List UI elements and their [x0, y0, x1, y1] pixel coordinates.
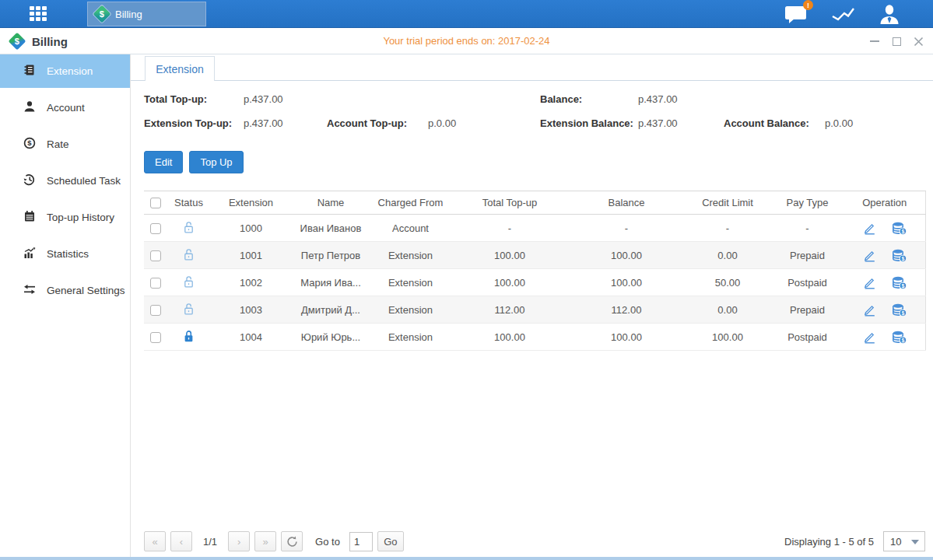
- account-balance-value: p.0.00: [825, 117, 853, 129]
- table-row: 1003Дмитрий Д...Extension112.00112.000.0…: [144, 296, 925, 324]
- refresh-button[interactable]: [281, 531, 303, 551]
- charged-from-cell: Extension: [370, 324, 451, 351]
- row-checkbox[interactable]: [150, 223, 161, 234]
- col-status[interactable]: Status: [167, 191, 210, 215]
- maximize-button[interactable]: [891, 36, 902, 47]
- total-topup-cell: 112.00: [451, 296, 568, 324]
- row-checkbox[interactable]: [150, 305, 161, 316]
- col-operation[interactable]: Operation: [844, 191, 925, 215]
- total-topup-cell: 100.00: [451, 242, 568, 269]
- row-checkbox[interactable]: [150, 250, 161, 261]
- sidebar-item-label: Account: [47, 102, 85, 114]
- resource-monitor-button[interactable]: [831, 5, 855, 23]
- row-checkbox[interactable]: [150, 332, 161, 343]
- extension-cell: 1001: [210, 242, 292, 269]
- main-content: Extension Total Top-up: p.437.00 Balance…: [131, 54, 933, 560]
- topup-row-icon[interactable]: $: [892, 276, 907, 289]
- balance-cell: -: [568, 215, 685, 242]
- go-button[interactable]: Go: [377, 531, 404, 551]
- extension-cell: 1003: [210, 296, 292, 324]
- extension-cell: 1002: [210, 269, 292, 296]
- sidebar-item-statistics[interactable]: Statistics: [0, 237, 130, 271]
- extension-topup-label: Extension Top-up:: [144, 117, 232, 129]
- account-topup-label: Account Top-up:: [327, 117, 407, 129]
- pay-type-cell: Prepaid: [770, 242, 844, 269]
- svg-text:$: $: [27, 138, 32, 147]
- credit-limit-cell: 50.00: [685, 269, 770, 296]
- name-cell: Мария Ива...: [292, 269, 370, 296]
- topup-row-icon[interactable]: $: [892, 331, 907, 344]
- minimize-button[interactable]: [869, 36, 880, 47]
- topup-row-icon[interactable]: $: [892, 222, 907, 235]
- sidebar-item-general-settings[interactable]: General Settings: [0, 274, 130, 307]
- first-page-button[interactable]: «: [144, 531, 166, 551]
- sidebar-item-rate[interactable]: $Rate: [0, 128, 130, 161]
- billing-app-icon: $: [93, 5, 111, 23]
- col-credit-limit[interactable]: Credit Limit: [685, 191, 770, 215]
- balance-cell: 112.00: [568, 296, 685, 324]
- svg-text:$: $: [901, 228, 904, 234]
- row-checkbox[interactable]: [150, 278, 161, 289]
- credit-limit-cell: -: [685, 215, 770, 242]
- table-row: 1000Иван ИвановAccount----$: [144, 215, 925, 242]
- edit-row-icon[interactable]: [863, 331, 876, 344]
- table-row: 1001Петр ПетровExtension100.00100.000.00…: [144, 242, 925, 269]
- col-charged-from[interactable]: Charged From: [370, 191, 451, 215]
- notifications-button[interactable]: !: [784, 4, 808, 24]
- app-launcher-icon[interactable]: [30, 6, 51, 23]
- page-size-select[interactable]: 10: [883, 531, 925, 551]
- select-all-header[interactable]: [144, 191, 167, 215]
- total-topup-cell: -: [451, 215, 568, 242]
- prev-page-button[interactable]: ‹: [170, 531, 192, 551]
- user-account-button[interactable]: [879, 4, 900, 25]
- pay-type-cell: Prepaid: [770, 296, 844, 324]
- topup-row-icon[interactable]: $: [892, 303, 907, 317]
- pay-type-cell: Postpaid: [770, 324, 844, 351]
- edit-row-icon[interactable]: [863, 303, 876, 317]
- edit-row-icon[interactable]: [863, 222, 876, 235]
- svg-text:$: $: [901, 282, 904, 289]
- notification-badge: !: [803, 0, 813, 10]
- credit-limit-cell: 0.00: [685, 242, 770, 269]
- sidebar-item-label: Scheduled Task: [47, 175, 121, 187]
- table-row: 1002Мария Ива...Extension100.00100.0050.…: [144, 269, 925, 296]
- credit-limit-cell: 0.00: [685, 296, 770, 324]
- col-balance[interactable]: Balance: [568, 191, 685, 215]
- tab-extension[interactable]: Extension: [145, 56, 215, 81]
- sidebar-item-scheduled-task[interactable]: Scheduled Task: [0, 164, 130, 198]
- taskbar-billing-tab[interactable]: $ Billing: [87, 2, 206, 26]
- edit-row-icon[interactable]: [863, 249, 876, 262]
- bar-chart-icon: [23, 247, 36, 262]
- unlocked-icon: [183, 306, 195, 318]
- charged-from-cell: Extension: [370, 296, 451, 324]
- sliders-icon: [23, 283, 36, 299]
- extension-balance-value: p.437.00: [638, 117, 678, 129]
- sidebar-item-account[interactable]: Account: [0, 91, 130, 124]
- pay-type-cell: -: [770, 215, 844, 242]
- next-page-button[interactable]: ›: [228, 531, 250, 551]
- page-indicator: 1/1: [203, 536, 217, 548]
- balance-cell: 100.00: [568, 242, 685, 269]
- close-button[interactable]: [913, 36, 924, 47]
- balance-cell: 100.00: [568, 269, 685, 296]
- sidebar-item-label: Statistics: [47, 248, 89, 260]
- goto-page-input[interactable]: [349, 532, 373, 551]
- edit-row-icon[interactable]: [863, 276, 876, 289]
- col-total-topup[interactable]: Total Top-up: [451, 191, 568, 215]
- sidebar-item-topup-history[interactable]: Top-up History: [0, 201, 130, 234]
- topup-button[interactable]: Top Up: [189, 151, 243, 173]
- window-bottom-edge: [0, 557, 933, 560]
- total-topup-label: Total Top-up:: [144, 93, 207, 105]
- name-cell: Юрий Юрь...: [292, 324, 370, 351]
- col-name[interactable]: Name: [292, 191, 370, 215]
- edit-button[interactable]: Edit: [144, 151, 183, 173]
- topup-row-icon[interactable]: $: [892, 249, 907, 262]
- last-page-button[interactable]: »: [254, 531, 276, 551]
- col-pay-type[interactable]: Pay Type: [770, 191, 844, 215]
- sidebar-item-extension[interactable]: Extension: [0, 54, 130, 88]
- select-all-checkbox[interactable]: [150, 198, 161, 208]
- col-extension[interactable]: Extension: [210, 191, 292, 215]
- charged-from-cell: Extension: [370, 242, 451, 269]
- charged-from-cell: Account: [370, 215, 451, 242]
- extension-cell: 1000: [210, 215, 292, 242]
